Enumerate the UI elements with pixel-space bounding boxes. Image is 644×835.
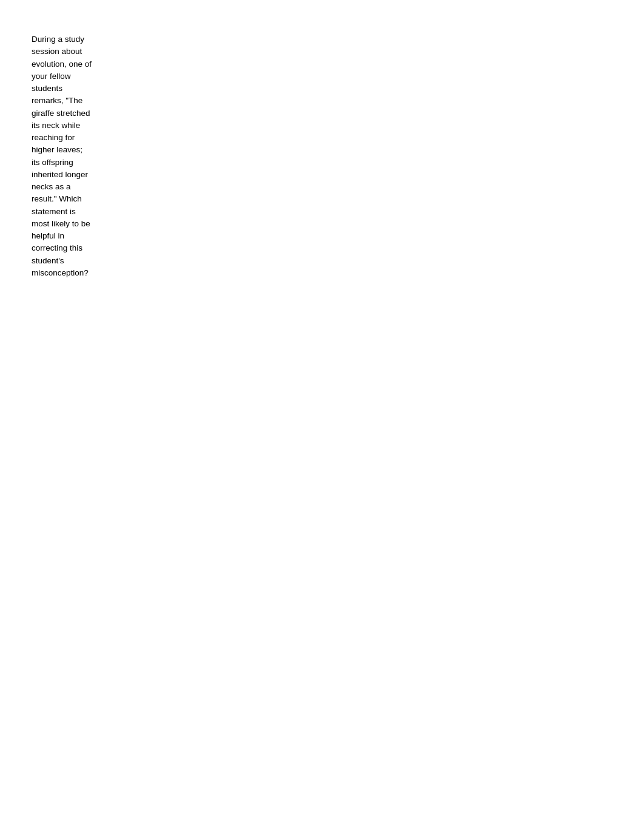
question-text: During a study session about evolution, … <box>32 33 92 279</box>
